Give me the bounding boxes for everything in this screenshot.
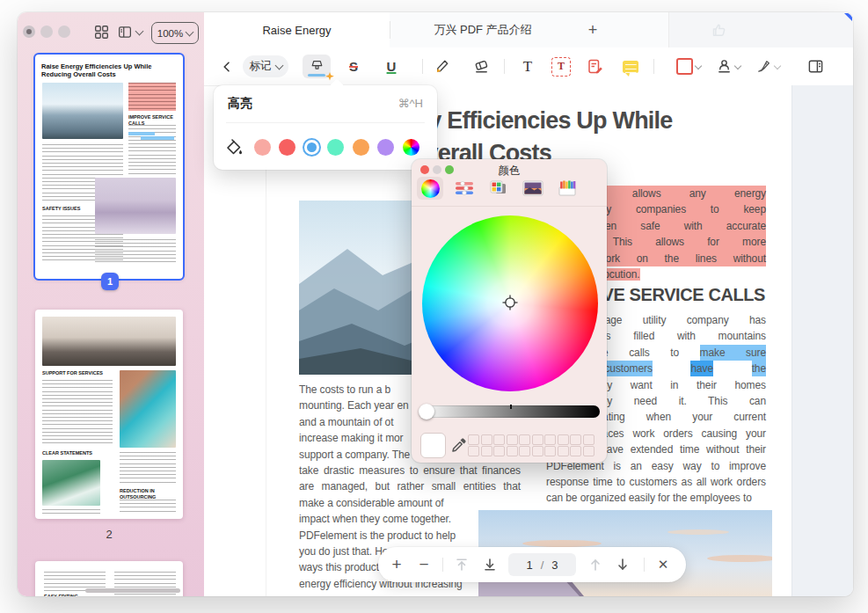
color-wheel-icon xyxy=(421,179,440,198)
zoom-out-button[interactable]: − xyxy=(412,547,436,582)
brightness-slider-knob[interactable] xyxy=(419,404,434,420)
saved-swatch-cell[interactable] xyxy=(532,446,543,456)
saved-swatch-cell[interactable] xyxy=(532,434,543,445)
saved-swatch-cell[interactable] xyxy=(558,446,569,456)
saved-swatch-cell[interactable] xyxy=(468,434,479,445)
saved-swatch-cell[interactable] xyxy=(544,434,556,445)
text-box-tool-button[interactable]: T xyxy=(545,47,577,85)
text-box-icon: T xyxy=(551,57,571,77)
corner-accent xyxy=(844,13,852,21)
sidebar-scrollbar-thumb[interactable] xyxy=(85,588,180,593)
highlight-swatch-mint[interactable] xyxy=(327,139,344,156)
pencils-tab[interactable] xyxy=(554,177,580,200)
zoom-in-button[interactable]: + xyxy=(384,547,409,582)
chevron-down-icon xyxy=(695,62,702,69)
eyedropper-icon[interactable] xyxy=(450,436,468,454)
panel-toggle-button[interactable] xyxy=(799,47,831,85)
stamp-tool-dropdown[interactable] xyxy=(709,47,748,85)
current-page: 1 xyxy=(526,558,532,572)
current-color-well[interactable] xyxy=(420,433,446,458)
highlight-shortcut: ⌘^H xyxy=(398,97,424,110)
brightness-slider-tick xyxy=(510,405,512,409)
signature-tool-dropdown[interactable] xyxy=(748,47,787,85)
back-button[interactable] xyxy=(211,47,243,85)
saved-swatch-cell[interactable] xyxy=(544,446,556,456)
highlight-swatch-purple[interactable] xyxy=(377,139,394,156)
sticky-note-icon xyxy=(623,61,638,73)
shapes-tool-dropdown[interactable] xyxy=(669,47,708,85)
minimize-window-button[interactable] xyxy=(40,26,53,38)
thumb2-heading2: CLEAR STATEMENTS xyxy=(42,450,113,456)
thumb2-tropical-photo xyxy=(42,460,100,506)
markup-mode-dropdown[interactable]: 标记 xyxy=(243,55,288,77)
saved-swatch-cell[interactable] xyxy=(583,434,594,445)
saved-swatch-cell[interactable] xyxy=(583,446,594,456)
page-number-box[interactable]: 1 / 3 xyxy=(508,553,576,576)
next-page-button[interactable] xyxy=(610,547,635,582)
sticky-note-tool-button[interactable] xyxy=(615,47,646,85)
eraser-tool-button[interactable] xyxy=(465,47,497,85)
thumb2-text-block xyxy=(120,500,176,514)
saved-swatch-cell[interactable] xyxy=(507,446,518,456)
text-line: response time to customers as all work o… xyxy=(546,474,766,490)
text-comment-tool-button[interactable] xyxy=(580,47,611,85)
saved-swatch-cell[interactable] xyxy=(519,446,530,456)
thumbs-up-icon[interactable] xyxy=(711,21,728,39)
saved-swatch-cell[interactable] xyxy=(481,446,492,456)
saved-swatch-cell[interactable] xyxy=(493,434,505,445)
page1-number-badge[interactable]: 1 xyxy=(101,273,119,290)
new-tab-button[interactable]: + xyxy=(582,19,603,40)
saved-swatch-cell[interactable] xyxy=(507,434,518,445)
chevron-down-icon xyxy=(186,27,194,36)
pen-markup-tool-button[interactable] xyxy=(426,47,457,85)
strikethrough-tool-button[interactable]: S xyxy=(338,47,369,85)
color-panel-toolbar xyxy=(417,177,580,200)
paint-bucket-icon[interactable] xyxy=(224,137,244,157)
color-wheel-tab[interactable] xyxy=(417,177,443,200)
highlight-swatch-orange[interactable] xyxy=(353,139,369,156)
saved-swatch-cell[interactable] xyxy=(481,434,492,445)
underline-tool-button[interactable]: U xyxy=(376,47,407,85)
color-wheel-crosshair[interactable] xyxy=(500,293,520,312)
tab-pdf-intro[interactable]: 万兴 PDF 产品介绍 xyxy=(390,12,575,47)
color-wheel[interactable] xyxy=(422,215,598,391)
highlight-swatch-rainbow[interactable] xyxy=(403,139,419,156)
sidebar-layout-toggle[interactable] xyxy=(117,25,142,40)
scroll-to-top-button[interactable] xyxy=(449,547,474,582)
thumb1-winter-photo xyxy=(95,178,176,234)
saved-swatch-cell[interactable] xyxy=(493,446,505,456)
scroll-to-bottom-button[interactable] xyxy=(478,547,502,582)
highlight-swatch-salmon[interactable] xyxy=(254,139,271,156)
highlight-swatch-blue[interactable] xyxy=(304,140,319,155)
brightness-slider[interactable] xyxy=(420,405,600,418)
underline-glyph: U xyxy=(387,59,397,74)
highlight-tool-button[interactable] xyxy=(301,47,332,85)
thumbnail-grid-icon[interactable] xyxy=(94,25,109,40)
image-palettes-tab[interactable] xyxy=(520,177,546,200)
toolbar-divider xyxy=(504,59,505,74)
highlight-color-bar xyxy=(308,74,325,77)
saved-swatches-grid xyxy=(468,434,598,456)
page-thumbnail-2[interactable]: SUPPORT FOR SERVICES CLEAR STATEMENTS RE… xyxy=(35,310,183,519)
tab-raise-energy[interactable]: Raise Energy xyxy=(204,12,390,48)
close-navbar-button[interactable]: ✕ xyxy=(651,547,675,582)
close-window-button[interactable] xyxy=(23,26,35,38)
zoom-window-button[interactable] xyxy=(58,26,70,38)
saved-swatch-cell[interactable] xyxy=(468,446,479,456)
textbox-glyph: T xyxy=(558,60,565,73)
zoom-out-glyph: − xyxy=(419,555,428,574)
close-glyph: ✕ xyxy=(658,557,669,573)
color-palettes-tab[interactable] xyxy=(485,177,512,200)
page-thumbnail-1[interactable]: Raise Energy Efficiencies Up While Reduc… xyxy=(35,55,183,279)
highlight-swatch-red[interactable] xyxy=(279,139,295,156)
saved-swatch-cell[interactable] xyxy=(570,434,581,445)
color-sliders-tab[interactable] xyxy=(451,177,478,200)
zoom-level-control[interactable]: 100% xyxy=(151,22,199,44)
saved-swatch-cell[interactable] xyxy=(519,434,530,445)
thumb2-text-block xyxy=(120,452,176,485)
saved-swatch-cell[interactable] xyxy=(558,434,569,445)
text-tool-button[interactable]: T xyxy=(512,47,543,85)
document-gutter xyxy=(791,85,853,596)
saved-swatch-cell[interactable] xyxy=(570,446,581,456)
previous-page-button[interactable] xyxy=(583,547,608,582)
